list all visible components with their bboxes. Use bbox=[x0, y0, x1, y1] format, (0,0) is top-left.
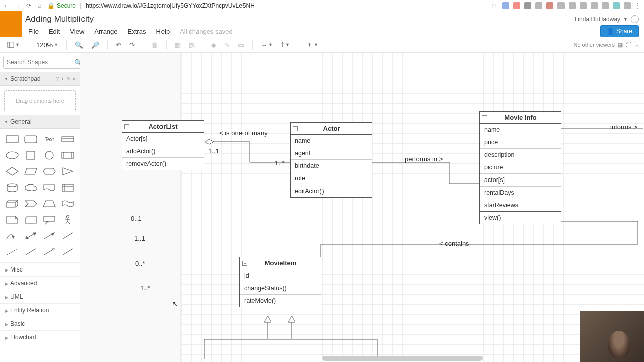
shape-triangle[interactable] bbox=[60, 165, 76, 178]
op[interactable]: view() bbox=[480, 212, 561, 224]
shape-dashed[interactable] bbox=[4, 245, 20, 258]
home-icon[interactable]: ⌂ bbox=[36, 2, 43, 9]
category-basic[interactable]: ▶Basic bbox=[0, 317, 80, 330]
ext-icon-10[interactable] bbox=[602, 2, 609, 9]
insert-button[interactable]: ＋ ▼ bbox=[303, 38, 321, 51]
ext-icon-3[interactable] bbox=[524, 2, 531, 9]
op[interactable]: addActor() bbox=[122, 145, 204, 158]
scratchpad-help-icon[interactable]: ? bbox=[56, 76, 59, 82]
attr[interactable]: picture bbox=[480, 161, 561, 174]
view-mode-button[interactable]: ▼ bbox=[4, 39, 23, 50]
text-1-1[interactable]: 1..1 bbox=[134, 235, 145, 242]
category-entity-relation[interactable]: ▶Entity Relation bbox=[0, 303, 80, 317]
zoom-level[interactable]: 120% ▼ bbox=[33, 39, 61, 51]
shape-cube[interactable] bbox=[4, 197, 20, 210]
collapse-icon[interactable]: ︿ bbox=[634, 41, 640, 49]
ext-icon-9[interactable] bbox=[591, 2, 598, 9]
user-menu[interactable]: Linda DuHadway ▼ bbox=[575, 15, 644, 23]
shape-rounded-rect[interactable] bbox=[23, 133, 38, 146]
zoom-out-button[interactable]: 🔎 bbox=[88, 39, 102, 51]
drawio-logo[interactable] bbox=[0, 11, 22, 37]
class-movieitem[interactable]: –MovieItem id changeStatus() rateMovie() bbox=[239, 257, 321, 307]
shape-card[interactable] bbox=[23, 213, 38, 226]
ext-icon-8[interactable] bbox=[580, 2, 587, 9]
op[interactable]: editActor() bbox=[291, 185, 372, 197]
shape-textbox[interactable] bbox=[60, 133, 76, 146]
category-advanced[interactable]: ▶Advanced bbox=[0, 276, 80, 290]
shape-cylinder[interactable] bbox=[4, 181, 20, 194]
shape-cloud[interactable] bbox=[23, 181, 38, 194]
redo-button[interactable]: ↷ bbox=[126, 39, 138, 51]
scratchpad-header[interactable]: ▼ Scratchpad ? + ✎ × bbox=[0, 72, 80, 86]
line-color-button[interactable]: ✎ bbox=[221, 39, 233, 51]
text-0-star[interactable]: 0..* bbox=[135, 260, 145, 267]
horizontal-scrollbar[interactable] bbox=[322, 356, 483, 361]
shape-callout[interactable] bbox=[42, 213, 57, 226]
category-misc[interactable]: ▶Misc bbox=[0, 262, 80, 276]
shape-step[interactable] bbox=[23, 197, 38, 210]
ext-icon-4[interactable] bbox=[535, 2, 542, 9]
document-title[interactable]: Adding Multiplicity bbox=[23, 13, 96, 25]
label-multiplicity[interactable]: 1..* bbox=[275, 159, 285, 167]
menu-help[interactable]: Help bbox=[151, 26, 175, 37]
scratchpad-add-icon[interactable]: + bbox=[61, 76, 64, 82]
op[interactable]: changeStatus() bbox=[240, 282, 321, 295]
class-actorlist[interactable]: –ActorList Actor[s] addActor() removeAct… bbox=[122, 120, 204, 170]
waypoint-button[interactable]: ⤴ ▼ bbox=[278, 39, 293, 51]
browser-menu-icon[interactable]: ⋮ bbox=[635, 2, 641, 9]
delete-button[interactable]: 🗑 bbox=[148, 39, 161, 51]
ext-icon-7[interactable] bbox=[569, 2, 576, 9]
label-contains[interactable]: < contains bbox=[439, 240, 469, 247]
shape-text[interactable]: Text bbox=[42, 133, 57, 146]
text-1-star[interactable]: 1..* bbox=[140, 284, 150, 292]
fold-icon[interactable]: – bbox=[293, 126, 298, 131]
ext-icon-1[interactable] bbox=[502, 2, 509, 9]
op[interactable]: removeActor() bbox=[122, 158, 204, 170]
attr[interactable]: id bbox=[240, 269, 321, 282]
shape-bidir-arrow[interactable] bbox=[23, 229, 38, 242]
label-informs[interactable]: informs > bbox=[610, 123, 637, 131]
class-actor[interactable]: –Actor name agent birthdate role editAct… bbox=[290, 122, 372, 198]
fullscreen-icon[interactable]: ⛶ bbox=[626, 42, 631, 48]
shape-internal-storage[interactable] bbox=[60, 181, 76, 194]
share-button[interactable]: 👤 Share bbox=[600, 25, 639, 37]
fold-icon[interactable]: – bbox=[482, 115, 487, 120]
shape-trapezoid[interactable] bbox=[42, 197, 57, 210]
ext-icon-2[interactable] bbox=[513, 2, 520, 9]
attr[interactable]: birthdate bbox=[291, 160, 372, 172]
shape-actor[interactable] bbox=[60, 213, 76, 226]
label-performs-in[interactable]: performs in > bbox=[405, 155, 443, 163]
shape-ellipse[interactable] bbox=[4, 149, 20, 162]
zoom-in-button[interactable]: 🔍 bbox=[72, 39, 86, 51]
shape-arrow[interactable] bbox=[42, 229, 57, 242]
reload-icon[interactable]: ⟳ bbox=[25, 2, 32, 9]
back-icon[interactable]: ← bbox=[3, 2, 10, 9]
url-text[interactable]: https://www.draw.io/#G1zgtcmojUfy5GYYoxZ… bbox=[86, 2, 487, 9]
fold-icon[interactable]: – bbox=[124, 124, 129, 129]
shape-curve[interactable] bbox=[4, 229, 20, 242]
to-front-button[interactable]: ▦ bbox=[172, 39, 184, 51]
shape-circle[interactable] bbox=[42, 149, 57, 162]
shape-line[interactable] bbox=[60, 229, 76, 242]
attr[interactable]: agent bbox=[291, 147, 372, 160]
general-header[interactable]: ▼ General bbox=[0, 115, 80, 129]
search-shapes-input[interactable] bbox=[3, 56, 80, 69]
attr[interactable]: rentalDays bbox=[480, 187, 561, 199]
connection-button[interactable]: → ▼ bbox=[258, 39, 276, 51]
shape-dir-line[interactable] bbox=[42, 245, 57, 258]
menu-arrange[interactable]: Arrange bbox=[89, 26, 122, 37]
scratchpad-edit-icon[interactable]: ✎ bbox=[66, 76, 71, 82]
shape-square[interactable] bbox=[23, 149, 38, 162]
to-back-button[interactable]: ▧ bbox=[186, 39, 198, 51]
format-panel-toggle-icon[interactable]: ▦ bbox=[618, 42, 623, 48]
shadow-button[interactable]: ▭ bbox=[235, 39, 247, 51]
scratchpad-dropzone[interactable]: Drag elements here bbox=[4, 90, 76, 111]
shape-diamond[interactable] bbox=[4, 165, 20, 178]
fill-color-button[interactable]: ◆ bbox=[208, 39, 219, 51]
shape-line2[interactable] bbox=[23, 245, 38, 258]
shape-thin-line[interactable] bbox=[60, 245, 76, 258]
ext-icon-11[interactable] bbox=[613, 2, 620, 9]
label-multiplicity[interactable]: 1..1 bbox=[208, 147, 219, 155]
shape-process[interactable] bbox=[60, 149, 76, 162]
attr[interactable]: Actor[s] bbox=[122, 133, 204, 145]
